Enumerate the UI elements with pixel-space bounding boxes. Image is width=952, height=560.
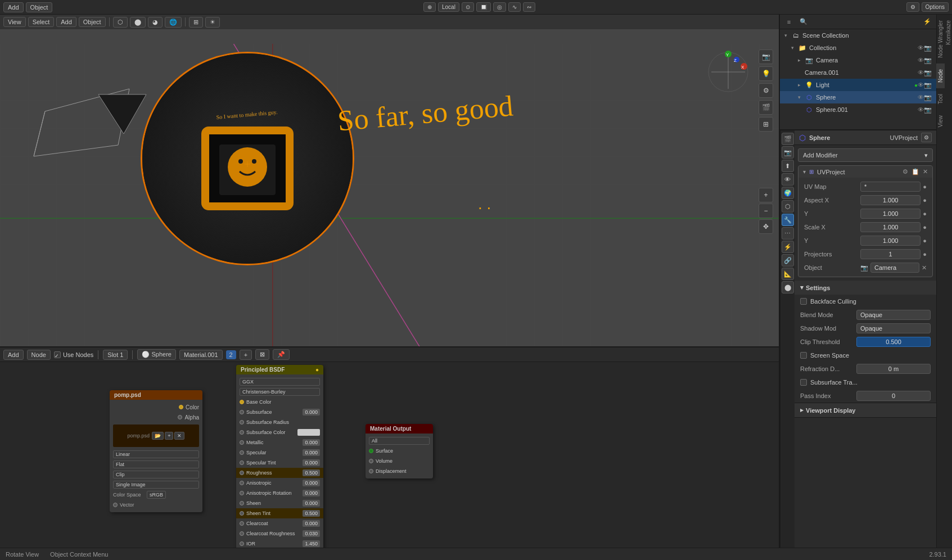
prop-object-btn[interactable]: ⬡	[782, 200, 794, 213]
pivot-btn[interactable]: ⊙	[462, 2, 474, 12]
select-menu-btn[interactable]: Select	[28, 17, 55, 27]
pan-btn[interactable]: ✥	[759, 219, 773, 234]
use-nodes-toggle[interactable]: Use Nodes	[54, 351, 93, 358]
viewport-display-header[interactable]: ▸ Viewport Display	[795, 403, 936, 417]
settings-header[interactable]: ▾ Settings	[795, 281, 936, 295]
scale-y-pin-btn[interactable]: ●	[923, 237, 927, 244]
outliner-collection[interactable]: ▾ 📁 Collection 👁 📷	[780, 42, 936, 54]
filter-icon-btn[interactable]: 🔍	[797, 16, 810, 28]
sphere-eye[interactable]: 👁	[918, 94, 924, 101]
uvproject-remove-btn[interactable]: ✕	[923, 168, 928, 175]
prop-physics-btn[interactable]: ⚡	[782, 241, 794, 253]
bsdf-node[interactable]: Principled BSDF ● GGX Christensen-Burley	[236, 365, 323, 560]
subsurface-color-swatch[interactable]	[297, 429, 320, 436]
local-space-btn[interactable]: Local	[438, 2, 459, 12]
aspect-y-value[interactable]: 1.000	[860, 209, 921, 219]
backface-checkbox[interactable]	[800, 298, 807, 305]
wireframe-btn[interactable]: ⬡	[113, 17, 128, 28]
add-viewport-btn[interactable]: Add	[56, 17, 76, 27]
sphere001-render[interactable]: 📷	[924, 106, 932, 114]
something2-btn[interactable]: ∾	[523, 2, 535, 12]
view-tab[interactable]: View	[936, 110, 945, 133]
node-wrangler-tab[interactable]: Node Wrangler	[936, 15, 945, 64]
render-gizmo-btn[interactable]: ⚙	[759, 83, 773, 98]
single-image-select[interactable]: Single Image	[113, 481, 199, 489]
outliner-camera[interactable]: ▸ 📷 Camera 👁 📷	[780, 54, 936, 66]
collection-eye[interactable]: 👁	[918, 44, 924, 51]
node-node-btn[interactable]: Node	[27, 350, 51, 360]
camera-render[interactable]: 📷	[924, 57, 932, 64]
outliner-sphere001[interactable]: ⬡ Sphere.001 👁 📷	[780, 103, 936, 116]
clip-threshold-value[interactable]: 0.500	[856, 337, 931, 347]
node-tab-active[interactable]: Node	[936, 64, 945, 88]
komikaze-tab[interactable]: Komikaze	[944, 15, 953, 51]
camera001-eye[interactable]: 👁	[918, 69, 924, 76]
uvproject-expand-arrow[interactable]: ▾	[803, 169, 806, 175]
specular-socket[interactable]	[240, 450, 244, 455]
outliner[interactable]: ▾ 🗂 Scene Collection ▾ 📁 Collection 👁 📷	[780, 29, 936, 130]
node-add-btn[interactable]: Add	[3, 350, 24, 360]
node-canvas[interactable]: pomp.psd Color Alpha pomp.ps	[0, 362, 779, 560]
overlay-btn[interactable]: ⊞	[189, 17, 203, 28]
prop-particle-btn[interactable]: ⋯	[782, 227, 794, 240]
prop-data-btn[interactable]: 📐	[782, 268, 794, 280]
uvproject-copy-btn[interactable]: 📋	[912, 168, 919, 175]
material-output-node[interactable]: Material Output All Surface	[366, 424, 433, 478]
prop-constraints-btn[interactable]: 🔗	[782, 254, 794, 267]
screen-space-wrap[interactable]: Screen Space	[800, 352, 849, 359]
colorspace-select[interactable]: sRGB	[147, 491, 166, 499]
outliner-camera001[interactable]: Camera.001 👁 📷	[780, 66, 936, 79]
subsurface-socket[interactable]	[240, 410, 244, 414]
funnel-icon-btn[interactable]: ⚡	[921, 16, 934, 28]
light-render[interactable]: 📷	[924, 82, 932, 89]
material-btn[interactable]: Material.001	[179, 350, 223, 360]
volume-input-socket[interactable]	[369, 459, 373, 463]
refraction-value[interactable]: 0 m	[856, 364, 931, 374]
object-menu-btn[interactable]: Object	[26, 2, 53, 12]
solid-btn[interactable]: ⬤	[130, 17, 146, 28]
rendered-btn[interactable]: 🌐	[165, 17, 182, 28]
clearcoat-rough-socket[interactable]	[240, 531, 244, 536]
aspect-y-pin-btn[interactable]: ●	[923, 210, 927, 217]
uvproject-apply-btn[interactable]: ⚙	[903, 168, 908, 175]
outliner-light[interactable]: ▸ 💡 Light ● 👁 📷	[780, 79, 936, 91]
blend-mode-select[interactable]: Opaque	[856, 310, 931, 320]
navigation-gizmo[interactable]: X Z Y	[706, 49, 751, 94]
slot-btn[interactable]: Slot 1	[103, 350, 128, 360]
image-close-btn[interactable]: ✕	[174, 432, 184, 440]
clip-select[interactable]: Clip	[113, 471, 199, 478]
prop-material-btn[interactable]: ⬤	[782, 281, 794, 293]
uv-map-value[interactable]: *	[860, 182, 921, 192]
displacement-input-socket[interactable]	[369, 469, 373, 473]
sheen-tint-socket[interactable]	[240, 511, 244, 516]
metallic-socket[interactable]	[240, 440, 244, 445]
light-eye[interactable]: 👁	[918, 82, 924, 88]
aspect-x-pin-btn[interactable]: ●	[923, 197, 927, 204]
base-color-socket[interactable]	[240, 400, 244, 404]
vector-input-socket[interactable]	[113, 503, 118, 507]
grid-gizmo-btn[interactable]: ⊞	[759, 117, 773, 132]
specular-tint-socket[interactable]	[240, 460, 244, 465]
use-nodes-checkbox[interactable]	[54, 351, 61, 358]
prop-view-btn[interactable]: 👁	[782, 173, 794, 186]
view-menu-btn[interactable]: View	[3, 17, 26, 27]
zoom-in-btn[interactable]: +	[759, 188, 773, 202]
color-output-socket[interactable]	[179, 405, 183, 409]
prop-scene-btn[interactable]: 🎬	[782, 133, 794, 145]
scale-x-pin-btn[interactable]: ●	[923, 224, 927, 231]
sphere001-eye[interactable]: 👁	[918, 106, 924, 113]
subsurface-radius-socket[interactable]	[240, 420, 244, 424]
anisotropic-socket[interactable]	[240, 481, 244, 485]
render2-gizmo-btn[interactable]: 🎬	[759, 100, 773, 115]
camera-gizmo-btn[interactable]: 📷	[759, 49, 773, 64]
subsurface-color-socket[interactable]	[240, 430, 244, 435]
add-modifier-btn[interactable]: Add Modifier ▾	[798, 148, 933, 162]
camera-eye[interactable]: 👁	[918, 57, 924, 64]
projection-select[interactable]: Flat	[113, 460, 199, 468]
tool-tab[interactable]: Tool	[936, 88, 945, 110]
object-viewport-btn[interactable]: Object	[79, 17, 106, 27]
method-select[interactable]: Christensen-Burley	[240, 388, 320, 396]
interpolation-select[interactable]: Linear	[113, 450, 199, 458]
projectors-pin-btn[interactable]: ●	[923, 251, 927, 258]
image-browse-btn[interactable]: 📂	[152, 432, 164, 440]
